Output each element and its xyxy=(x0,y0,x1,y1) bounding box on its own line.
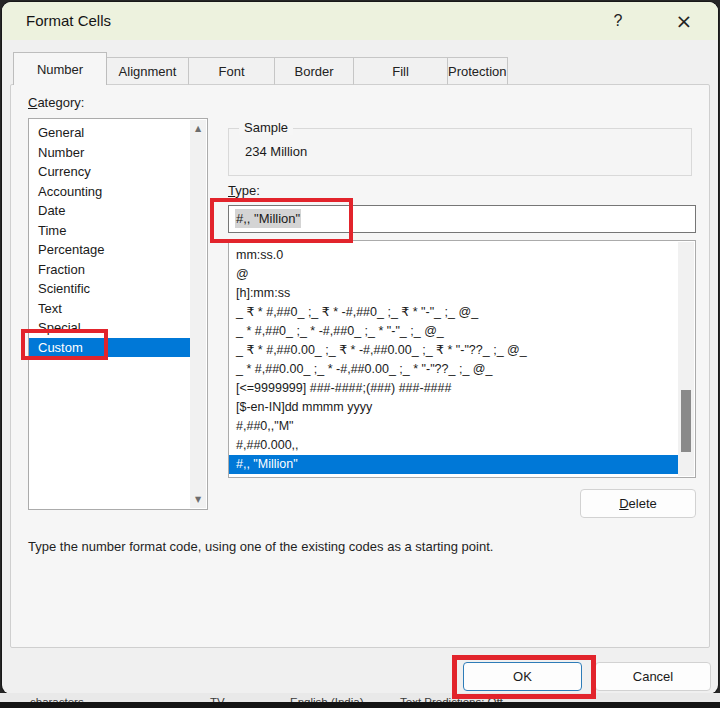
format-cells-dialog: Format Cells ? × NumberAlignmentFontBord… xyxy=(2,2,718,694)
sample-group: Sample 234 Million xyxy=(228,128,692,176)
type-list-item[interactable]: mm:ss.0 xyxy=(229,246,678,265)
type-label: Type: xyxy=(228,183,260,198)
type-list-item[interactable]: _ * #,##0_ ;_ * -#,##0_ ;_ * "-"_ ;_ @_ xyxy=(229,322,678,341)
tab[interactable]: Font xyxy=(189,57,275,85)
sample-value: 234 Million xyxy=(245,144,307,159)
type-list-item[interactable]: _ ₹ * #,##0.00_ ;_ ₹ * -#,##0.00_ ;_ ₹ *… xyxy=(229,341,678,360)
tab[interactable]: Border xyxy=(275,57,354,85)
type-list-item[interactable]: _ ₹ * #,##0_ ;_ ₹ * -#,##0_ ;_ ₹ * "-"_ … xyxy=(229,303,678,322)
category-listbox[interactable]: ▲ ▼ GeneralNumberCurrencyAccountingDateT… xyxy=(28,118,208,510)
delete-button-label: Delete xyxy=(619,496,657,511)
category-list-item[interactable]: Fraction xyxy=(29,260,190,280)
tab[interactable]: Fill xyxy=(354,57,448,85)
type-input-selected-text: #,, "Million" xyxy=(235,209,301,228)
category-list-item[interactable]: Custom xyxy=(29,338,190,358)
category-list-item[interactable]: Percentage xyxy=(29,240,190,260)
type-list-item[interactable]: #,, "Million" xyxy=(229,455,678,474)
type-list-item[interactable]: [<=9999999] ###-####;(###) ###-#### xyxy=(229,379,678,398)
category-list-item[interactable]: Accounting xyxy=(29,182,190,202)
category-list-item[interactable]: Scientific xyxy=(29,279,190,299)
category-list-item[interactable]: Time xyxy=(29,221,190,241)
tab[interactable]: Number xyxy=(13,52,107,85)
ok-button[interactable]: OK xyxy=(463,662,582,691)
taskbar-edge xyxy=(0,702,720,708)
tab[interactable]: Alignment xyxy=(107,57,189,85)
category-list-item[interactable]: Date xyxy=(29,201,190,221)
category-list-item[interactable]: Number xyxy=(29,143,190,163)
type-list-item[interactable]: @ xyxy=(229,265,678,284)
tab-strip: NumberAlignmentFontBorderFillProtection xyxy=(13,52,508,85)
cancel-button[interactable]: Cancel xyxy=(595,662,711,691)
type-list-item[interactable]: [h]:mm:ss xyxy=(229,284,678,303)
scroll-up-icon[interactable]: ▲ xyxy=(190,120,206,137)
type-input[interactable]: #,, "Million" xyxy=(228,205,696,233)
title-bar[interactable]: Format Cells ? × xyxy=(2,2,718,40)
close-icon[interactable]: × xyxy=(668,6,700,36)
dialog-title: Format Cells xyxy=(26,2,111,40)
category-scrollbar[interactable]: ▲ ▼ xyxy=(190,120,206,508)
screen: Format Cells ? × NumberAlignmentFontBord… xyxy=(0,0,720,708)
help-text: Type the number format code, using one o… xyxy=(28,539,668,554)
type-list-item[interactable]: #,##0,,"M" xyxy=(229,417,678,436)
category-list-item[interactable]: Currency xyxy=(29,162,190,182)
type-list-item[interactable]: #,##0.000,, xyxy=(229,436,678,455)
delete-button[interactable]: Delete xyxy=(580,489,696,518)
category-list-item[interactable]: Text xyxy=(29,299,190,319)
type-listbox[interactable]: mm:ss.0@[h]:mm:ss_ ₹ * #,##0_ ;_ ₹ * -#,… xyxy=(228,240,696,478)
help-icon[interactable]: ? xyxy=(602,6,634,36)
scrollbar-thumb[interactable] xyxy=(681,390,691,452)
sample-group-label: Sample xyxy=(239,120,293,135)
scroll-down-icon[interactable]: ▼ xyxy=(190,491,206,508)
category-label: Category: xyxy=(28,95,84,110)
type-list-item[interactable]: _ * #,##0.00_ ;_ * -#,##0.00_ ;_ * "-"??… xyxy=(229,360,678,379)
category-list-item[interactable]: General xyxy=(29,123,190,143)
category-list-item[interactable]: Special xyxy=(29,318,190,338)
type-list-item[interactable]: [$-en-IN]dd mmmm yyyy xyxy=(229,398,678,417)
type-scrollbar[interactable] xyxy=(678,242,694,476)
tab[interactable]: Protection xyxy=(448,57,508,85)
